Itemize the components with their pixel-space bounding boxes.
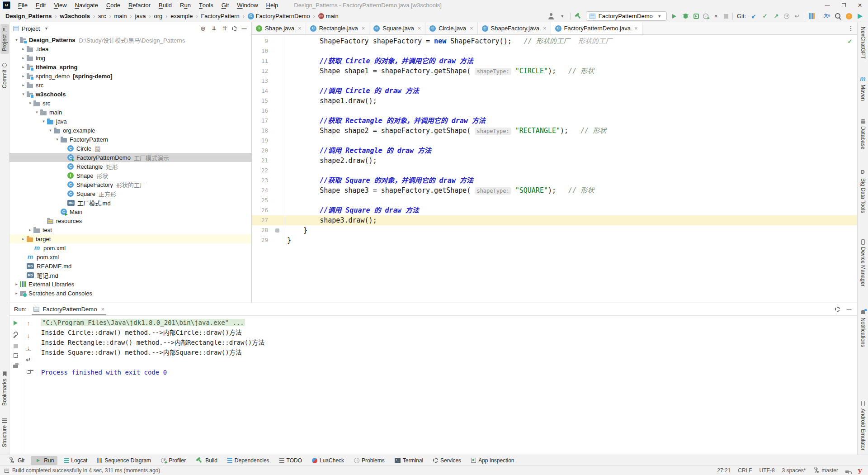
tab-ShapeFactory.java[interactable]: ShapeFactory.java× bbox=[478, 22, 551, 34]
menu-help[interactable]: Help bbox=[262, 0, 283, 10]
tab-Circle.java[interactable]: Circle.java× bbox=[425, 22, 477, 34]
breadcrumb-item[interactable]: FactoryPatternDemo bbox=[247, 13, 311, 19]
code-line[interactable]: 21 shape2.draw(); bbox=[252, 156, 857, 166]
run-minimize-icon[interactable] bbox=[845, 306, 853, 313]
code-line[interactable]: 24 Shape shape3 = shapeFactory.getShape(… bbox=[252, 185, 857, 195]
sidebar-item-commit[interactable]: Commit bbox=[0, 60, 9, 91]
tree-item-10[interactable]: ▾org.example bbox=[9, 126, 251, 135]
up-icon[interactable] bbox=[25, 319, 32, 327]
breadcrumb-item[interactable]: example bbox=[170, 13, 193, 19]
tree-chevron-icon[interactable]: ▸ bbox=[27, 228, 33, 232]
code-line[interactable]: 14 //调用 Circle 的 draw 方法 bbox=[252, 86, 857, 96]
breadcrumb-item[interactable]: src bbox=[97, 13, 107, 19]
tree-item-21[interactable]: ▸test bbox=[9, 225, 251, 234]
tree-item-7[interactable]: ▾src bbox=[9, 99, 251, 108]
tree-item-14[interactable]: Rectangle矩形 bbox=[9, 162, 251, 171]
gear-icon[interactable] bbox=[232, 26, 237, 31]
tab-close-icon[interactable]: × bbox=[362, 25, 365, 32]
toolwindow-problems[interactable]: Problems bbox=[350, 456, 388, 465]
toolwindow-build[interactable]: Build bbox=[192, 456, 221, 465]
expand-all-icon[interactable] bbox=[210, 25, 217, 32]
code-line[interactable]: 12 Shape shape1 = shapeFactory.getShape(… bbox=[252, 66, 857, 76]
tree-item-12[interactable]: Circle圆 bbox=[9, 144, 251, 153]
tab-Shape.java[interactable]: Shape.java× bbox=[252, 22, 306, 34]
tab-FactoryPatternDemo.java[interactable]: FactoryPatternDemo.java× bbox=[551, 22, 642, 34]
tree-chevron-icon[interactable]: ▸ bbox=[20, 56, 27, 60]
tree-item-23[interactable]: pom.xml bbox=[9, 243, 251, 252]
git-history-button[interactable] bbox=[784, 14, 789, 19]
code-line[interactable]: 28 } bbox=[252, 225, 857, 235]
sidebar-item-project[interactable]: Project bbox=[0, 24, 9, 54]
breadcrumb-item[interactable]: Design_Patterns bbox=[5, 13, 53, 19]
trash-icon[interactable] bbox=[27, 370, 31, 374]
line-separator[interactable]: CRLF bbox=[738, 467, 752, 474]
code-line[interactable]: 17 //获取 Rectangle 的对象，并调用它的 draw 方法 bbox=[252, 116, 857, 126]
sidebar-item-nexchatgpt[interactable]: NexChatGPT bbox=[860, 27, 866, 59]
code-line[interactable]: 18 Shape shape2 = shapeFactory.getShape(… bbox=[252, 126, 857, 136]
tree-item-0[interactable]: ▾Design_PatternsD:\Study\设计模式\黑马\Design_… bbox=[9, 35, 251, 44]
breadcrumb-item[interactable]: java bbox=[134, 13, 147, 19]
breadcrumb-item[interactable]: main bbox=[317, 13, 340, 19]
breadcrumb-item[interactable]: FactoryPattern bbox=[200, 13, 240, 19]
tab-Square.java[interactable]: Square.java× bbox=[369, 22, 425, 34]
maximize-button[interactable] bbox=[835, 0, 852, 10]
code-line[interactable]: 10 bbox=[252, 46, 857, 56]
tree-item-19[interactable]: Main bbox=[9, 207, 251, 216]
tree-item-26[interactable]: 笔记.md bbox=[9, 271, 251, 280]
menu-git[interactable]: Git bbox=[217, 0, 233, 10]
down-icon[interactable] bbox=[25, 332, 32, 339]
project-view-dropdown-icon[interactable] bbox=[42, 25, 50, 32]
tree-item-6[interactable]: ▾w3schools bbox=[9, 90, 251, 99]
stop-button[interactable] bbox=[724, 14, 728, 19]
run-tab[interactable]: FactoryPatternDemo × bbox=[32, 303, 106, 315]
translate-icon[interactable] bbox=[823, 13, 830, 20]
menu-edit[interactable]: Edit bbox=[32, 0, 50, 10]
git-branch-widget[interactable]: master bbox=[813, 467, 838, 474]
tree-chevron-icon[interactable]: ▾ bbox=[40, 119, 47, 124]
code-line[interactable]: 15 shape1.draw(); bbox=[252, 96, 857, 106]
tree-item-8[interactable]: ▾main bbox=[9, 108, 251, 117]
run-with-coverage-button[interactable] bbox=[693, 14, 699, 19]
tree-chevron-icon[interactable]: ▸ bbox=[20, 47, 27, 51]
code-line[interactable]: 19 bbox=[252, 136, 857, 146]
tree-item-20[interactable]: resources bbox=[9, 216, 251, 225]
tree-item-2[interactable]: ▸img bbox=[9, 53, 251, 62]
tree-chevron-icon[interactable]: ▾ bbox=[47, 128, 54, 133]
run-button[interactable] bbox=[671, 13, 678, 20]
tree-chevron-icon[interactable]: ▸ bbox=[13, 291, 20, 295]
tab-close-icon[interactable]: × bbox=[298, 25, 302, 32]
grid-icon[interactable] bbox=[14, 353, 18, 358]
sidebar-item-big-data-tools[interactable]: Big Data Tools bbox=[859, 169, 867, 213]
sidebar-item-bookmarks[interactable]: Bookmarks bbox=[0, 369, 9, 408]
tree-item-28[interactable]: ▸Scratches and Consoles bbox=[9, 289, 251, 298]
menu-code[interactable]: Code bbox=[102, 0, 124, 10]
profile-avatar-icon[interactable] bbox=[547, 13, 555, 20]
breadcrumb-item[interactable]: org bbox=[153, 13, 163, 19]
lock-icon[interactable] bbox=[845, 470, 849, 473]
sidebar-item-database[interactable]: Database bbox=[860, 119, 866, 149]
file-encoding[interactable]: UTF-8 bbox=[760, 467, 775, 474]
tab-close-icon[interactable]: × bbox=[418, 25, 421, 32]
tree-item-16[interactable]: ShapeFactory形状的工厂 bbox=[9, 180, 251, 189]
build-hammer-icon[interactable] bbox=[573, 11, 584, 21]
git-commit-button[interactable] bbox=[761, 13, 769, 20]
toolwindow-app-inspection[interactable]: App Inspection bbox=[467, 456, 518, 465]
update-available-icon[interactable] bbox=[846, 13, 852, 19]
sidebar-item-device-manager[interactable]: Device Manager bbox=[860, 239, 866, 286]
toolwindow-profiler[interactable]: Profiler bbox=[157, 456, 189, 465]
caret-position[interactable]: 27:21 bbox=[717, 467, 731, 474]
fold-marker-icon[interactable] bbox=[275, 228, 279, 233]
run-console[interactable]: "C:\Program Files\Java\jdk1.8.0_201\bin\… bbox=[35, 316, 857, 455]
scrollend-icon[interactable] bbox=[25, 344, 32, 351]
tree-item-5[interactable]: ▸src bbox=[9, 81, 251, 90]
toolwindow-sequence-diagram[interactable]: Sequence Diagram bbox=[94, 456, 155, 465]
sidebar-item-maven[interactable]: Maven bbox=[859, 75, 867, 101]
menu-refactor[interactable]: Refactor bbox=[124, 0, 155, 10]
code-line[interactable]: 20 //调用 Rectangle 的 draw 方法 bbox=[252, 146, 857, 156]
softwrap-icon[interactable] bbox=[25, 356, 32, 363]
code-line[interactable]: 23 //获取 Square 的对象，并调用它的 draw 方法 bbox=[252, 176, 857, 185]
tree-item-3[interactable]: ▸itheima_spring bbox=[9, 62, 251, 71]
profiler-dropdown-icon[interactable] bbox=[712, 13, 720, 20]
tree-chevron-icon[interactable]: ▸ bbox=[20, 65, 27, 69]
stop-icon[interactable] bbox=[14, 344, 18, 348]
